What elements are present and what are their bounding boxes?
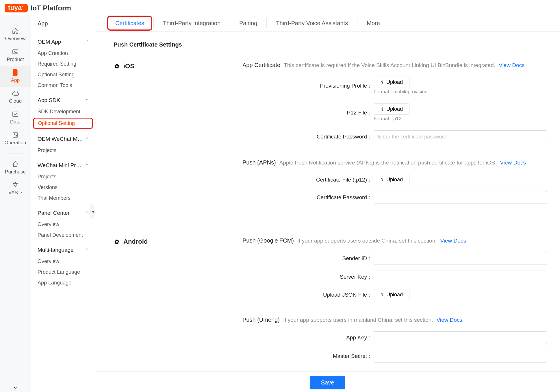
save-button[interactable]: Save bbox=[310, 376, 345, 389]
subsection-title: Push (APNs) bbox=[242, 159, 276, 166]
sidebar-group-panel-center[interactable]: Panel Center ⌃ bbox=[31, 204, 95, 219]
subsection-title: Push (Google FCM) bbox=[242, 237, 294, 244]
subsection-desc: Apple Push Notification service (APNs) i… bbox=[279, 160, 497, 166]
view-docs-link[interactable]: View Docs bbox=[499, 62, 524, 69]
sidebar-item-common-tools[interactable]: Common Tools bbox=[31, 80, 95, 91]
sidebar-item-optional-setting-oem[interactable]: Optional Setting bbox=[31, 69, 95, 80]
sidebar-item-panel-overview[interactable]: Overview bbox=[31, 219, 95, 230]
input-apns-cert-password[interactable] bbox=[374, 191, 547, 204]
sidebar-group-oem-app[interactable]: OEM App ⌃ bbox=[31, 32, 95, 48]
upload-json-button[interactable]: ⇪ Upload bbox=[374, 289, 409, 300]
view-docs-link[interactable]: View Docs bbox=[500, 160, 526, 166]
rail-product[interactable]: Product bbox=[0, 45, 31, 66]
chevron-up-icon: ⌃ bbox=[85, 136, 89, 142]
rail-label: Data bbox=[10, 119, 21, 125]
main: Certificates Third-Party Integration Pai… bbox=[95, 15, 560, 392]
tab-pairing[interactable]: Pairing bbox=[231, 15, 265, 31]
rail-label: Operation bbox=[5, 140, 26, 146]
rail-label: Product bbox=[7, 57, 24, 62]
terminal-icon bbox=[12, 48, 19, 56]
input-app-key[interactable] bbox=[374, 331, 547, 344]
tab-bar: Certificates Third-Party Integration Pai… bbox=[95, 15, 560, 32]
subsection-desc: If your app supports users outside China… bbox=[297, 238, 437, 244]
chevron-up-icon: ⌃ bbox=[85, 247, 89, 253]
sidebar-group-label: App SDK bbox=[38, 97, 60, 103]
sidebar-group-app-sdk[interactable]: App SDK ⌃ bbox=[31, 91, 95, 106]
chevron-up-icon: ⌃ bbox=[85, 39, 89, 45]
sidebar-group-label: Multi-language bbox=[38, 247, 74, 253]
view-docs-link[interactable]: View Docs bbox=[437, 317, 462, 323]
sidebar-item-ml-overview[interactable]: Overview bbox=[31, 256, 95, 267]
svg-point-7 bbox=[16, 136, 17, 136]
svg-rect-5 bbox=[13, 133, 18, 137]
upload-apns-cert-button[interactable]: ⇪ Upload bbox=[374, 174, 409, 185]
sidebar-group-label: OEM App bbox=[38, 39, 61, 45]
sidebar-item-app-language[interactable]: App Language bbox=[31, 278, 95, 288]
label-certificate-password: Certificate Password bbox=[242, 133, 374, 140]
subsection-fcm: Push (Google FCM) If your app supports u… bbox=[242, 237, 550, 300]
sidebar-item-panel-development[interactable]: Panel Development bbox=[31, 230, 95, 241]
sidebar-item-app-creation[interactable]: App Creation bbox=[31, 48, 95, 59]
platform-android: ✿ Android Push (Google FCM) If your app … bbox=[114, 237, 550, 379]
chevron-up-icon: ⌃ bbox=[85, 98, 89, 103]
rail-data[interactable]: Data bbox=[0, 108, 31, 128]
upload-icon: ⇪ bbox=[380, 177, 384, 182]
sidebar-item-sdk-development[interactable]: SDK Development bbox=[31, 106, 95, 117]
rail-label: App bbox=[11, 77, 20, 83]
sidebar-group-wechat-mini-pro[interactable]: WeChat Mini Pro… ⌃ bbox=[31, 156, 95, 171]
rail-cloud[interactable]: Cloud bbox=[0, 87, 31, 108]
label-app-key: App Key bbox=[242, 334, 374, 341]
platform-ios-label: ✿ iOS bbox=[114, 62, 242, 70]
sidebar-item-versions[interactable]: Versions bbox=[31, 182, 95, 193]
label-apns-cert-password: Certificate Password bbox=[242, 194, 374, 201]
tab-third-party-voice-assistants[interactable]: Third-Party Voice Assistants bbox=[268, 15, 356, 31]
chart-icon bbox=[12, 110, 19, 118]
gear-icon: ✿ bbox=[114, 63, 120, 69]
sidebar-item-projects-oem-wechat[interactable]: Projects bbox=[31, 145, 95, 156]
label-sender-id: Sender ID bbox=[242, 255, 374, 262]
cloud-icon bbox=[12, 90, 19, 97]
chevron-left-icon: ◂ bbox=[92, 209, 94, 214]
rail-vas[interactable]: VAS↗ bbox=[0, 178, 31, 199]
svg-point-3 bbox=[15, 75, 16, 76]
tab-third-party-integration[interactable]: Third-Party Integration bbox=[155, 15, 229, 31]
tab-certificates[interactable]: Certificates bbox=[107, 16, 152, 31]
upload-provisioning-profile-button[interactable]: ⇪ Upload bbox=[374, 77, 409, 88]
sidebar-item-product-language[interactable]: Product Language bbox=[31, 267, 95, 278]
brand-logo: tuya⌃ bbox=[5, 4, 28, 12]
sidebar-item-optional-setting-sdk[interactable]: Optional Setting bbox=[33, 118, 93, 129]
subsection-title: App Certificate bbox=[242, 62, 280, 69]
rail-overview[interactable]: Overview bbox=[0, 24, 31, 45]
input-server-key[interactable] bbox=[374, 271, 547, 283]
rail-collapse[interactable]: ⌄ bbox=[0, 383, 31, 392]
input-master-secret[interactable] bbox=[374, 350, 547, 363]
rail-app[interactable]: App bbox=[0, 66, 31, 87]
hint-p12-file: Format: .p12 bbox=[374, 116, 409, 122]
subsection-desc: This certificate is required if the Voic… bbox=[284, 62, 495, 69]
sidebar-item-required-setting[interactable]: Required Setting bbox=[31, 59, 95, 69]
sidebar-item-projects-wechat[interactable]: Projects bbox=[31, 171, 95, 182]
tab-more[interactable]: More bbox=[359, 15, 388, 31]
sidebar: App OEM App ⌃ App Creation Required Sett… bbox=[31, 15, 95, 392]
tab-separator bbox=[230, 18, 230, 28]
footer: Save bbox=[95, 371, 560, 392]
label-p12-file: P12 File bbox=[242, 109, 374, 117]
upload-p12-button[interactable]: ⇪ Upload bbox=[374, 103, 409, 115]
view-docs-link[interactable]: View Docs bbox=[440, 238, 466, 244]
label-master-secret: Master Secret bbox=[242, 352, 374, 360]
sidebar-group-multi-language[interactable]: Multi-language ⌃ bbox=[31, 241, 95, 256]
home-icon bbox=[12, 27, 19, 35]
rail-operation[interactable]: Operation bbox=[0, 128, 31, 149]
sidebar-group-oem-wechat-mini[interactable]: OEM WeChat Min… ⌃ bbox=[31, 130, 95, 145]
subsection-app-certificate: App Certificate This certificate is requ… bbox=[242, 62, 550, 143]
label-server-key: Server Key bbox=[242, 273, 374, 281]
subsection-umeng: Push (Umeng) If your app supports users … bbox=[242, 317, 550, 363]
input-certificate-password[interactable] bbox=[374, 130, 547, 143]
rail-label: Cloud bbox=[9, 98, 22, 104]
chevron-up-icon: ⌃ bbox=[85, 210, 89, 216]
sidebar-item-trial-members[interactable]: Trial Members bbox=[31, 193, 95, 204]
rail-separator bbox=[7, 153, 23, 154]
rail-label: Purchase bbox=[5, 169, 26, 175]
input-sender-id[interactable] bbox=[374, 252, 547, 265]
rail-purchase[interactable]: Purchase bbox=[0, 158, 31, 178]
